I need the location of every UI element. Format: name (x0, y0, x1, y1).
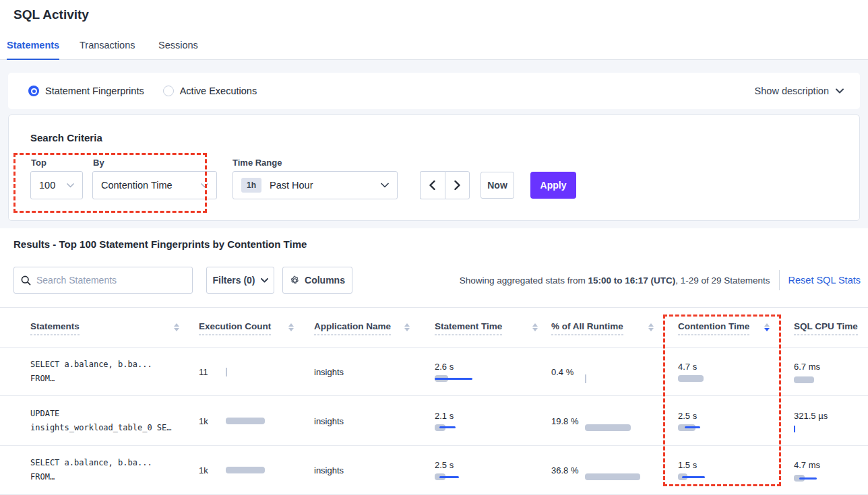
filters-label: Filters (0) (212, 275, 255, 286)
sql-activity-page: SQL Activity Statements Transactions Ses… (0, 0, 868, 495)
columns-label: Columns (305, 275, 345, 286)
radio-selected-icon (28, 86, 39, 96)
showing-stats-text: Showing aggregated stats from 15:00 to 1… (460, 275, 770, 286)
columns-button[interactable]: Columns (282, 267, 352, 294)
statement-time-cell: 2.1 s (435, 411, 497, 431)
search-criteria-title: Search Criteria (30, 132, 102, 143)
filters-button[interactable]: Filters (0) (206, 267, 274, 294)
radio-label: Active Executions (180, 86, 257, 96)
contention-time-cell: 2.5 s (678, 411, 740, 431)
search-statements-input[interactable] (36, 275, 185, 286)
execution-count-bar (226, 467, 288, 473)
col-header-application-name[interactable]: Application Name (314, 321, 391, 335)
application-name: insights (314, 465, 344, 475)
show-description-label: Show description (755, 86, 829, 96)
chevron-down-icon (381, 183, 389, 188)
toolbar-right: Showing aggregated stats from 15:00 to 1… (460, 267, 861, 294)
vertical-divider (779, 270, 780, 290)
by-label: By (93, 158, 104, 168)
col-header-sql-cpu-time[interactable]: SQL CPU Time (794, 321, 858, 335)
search-statements-box (13, 267, 193, 294)
radio-active-executions[interactable]: Active Executions (163, 86, 257, 96)
top-label: Top (31, 158, 46, 168)
sort-icon-active-desc[interactable] (764, 323, 770, 331)
show-description-toggle[interactable]: Show description (755, 73, 844, 109)
tab-transactions[interactable]: Transactions (80, 40, 135, 59)
col-header-statements[interactable]: Statements (30, 321, 80, 335)
pct-runtime-value: 0.4 % (551, 366, 584, 378)
tab-sessions[interactable]: Sessions (158, 40, 198, 59)
by-select-value: Contention Time (101, 180, 173, 191)
time-range-label: Time Range (232, 158, 282, 168)
sort-icon[interactable] (174, 323, 179, 331)
statement-fingerprint[interactable]: SELECT a.balance, b.ba...FROM… (30, 456, 152, 484)
search-icon (21, 275, 31, 286)
results-title: Results - Top 100 Statement Fingerprints… (13, 238, 307, 250)
sql-cpu-time-cell: 6.7 ms (794, 360, 856, 383)
contention-time-cell: 1.5 s (678, 460, 740, 480)
reset-sql-stats-link[interactable]: Reset SQL Stats (788, 275, 861, 286)
application-name: insights (314, 416, 344, 426)
time-range-select[interactable]: 1h Past Hour (232, 171, 398, 199)
pct-runtime-value: 19.8 % (551, 414, 584, 427)
col-header-statement-time[interactable]: Statement Time (435, 321, 502, 335)
by-select[interactable]: Contention Time (92, 171, 217, 199)
chevron-down-icon (836, 88, 844, 94)
execution-count-value: 1k (199, 465, 208, 475)
view-toggle-card: Statement Fingerprints Active Executions… (8, 73, 860, 109)
contention-time-cell: 4.7 s (678, 362, 740, 382)
table-row[interactable]: SELECT a.balance, b.ba...FROM… 11 insigh… (0, 348, 868, 396)
chevron-right-icon (454, 180, 460, 190)
chevron-down-icon (201, 183, 208, 188)
chevron-down-icon (261, 278, 268, 283)
sql-cpu-time-cell: 4.7 ms (794, 459, 856, 482)
sort-icon[interactable] (648, 323, 654, 331)
statement-fingerprint[interactable]: UPDATEinsights_workload_table_0 SE… (30, 407, 172, 435)
radio-statement-fingerprints[interactable]: Statement Fingerprints (28, 86, 144, 96)
execution-count-value: 11 (199, 367, 208, 377)
pct-runtime-value: 36.8 % (551, 464, 584, 477)
tab-bar: Statements Transactions Sessions (0, 38, 868, 60)
tab-statements[interactable]: Statements (7, 40, 59, 61)
chevron-down-icon (67, 183, 74, 188)
time-prev-button[interactable] (420, 171, 445, 199)
application-name: insights (314, 367, 344, 377)
pct-runtime-bar (585, 473, 647, 480)
statement-time-cell: 2.5 s (435, 460, 497, 480)
table-row[interactable]: SELECT a.balance, b.ba...FROM… 1k insigh… (0, 446, 868, 495)
execution-count-bar (226, 368, 288, 375)
top-select-value: 100 (39, 180, 55, 191)
statement-fingerprint[interactable]: SELECT a.balance, b.ba...FROM… (30, 358, 152, 386)
sql-cpu-time-cell: 321.5 µs (794, 409, 856, 432)
radio-label: Statement Fingerprints (45, 86, 144, 96)
pct-runtime-bar (585, 424, 647, 431)
execution-count-value: 1k (199, 416, 208, 426)
col-header-contention-time[interactable]: Contention Time (678, 321, 749, 335)
sort-icon[interactable] (404, 323, 410, 331)
sort-icon[interactable] (532, 323, 538, 331)
table-row[interactable]: UPDATEinsights_workload_table_0 SE… 1k i… (0, 396, 868, 446)
results-toolbar: Filters (0) Columns Showing aggregated s… (0, 267, 868, 294)
col-header-pct-runtime[interactable]: % of All Runtime (551, 321, 623, 335)
pct-runtime-bar (585, 375, 647, 382)
apply-button[interactable]: Apply (530, 172, 576, 199)
time-range-value: Past Hour (270, 180, 313, 191)
time-next-button[interactable] (445, 171, 470, 199)
sort-icon[interactable] (288, 323, 294, 331)
time-pager (420, 171, 470, 199)
search-criteria-card: Search Criteria Top By Time Range 100 Co… (8, 114, 860, 221)
statement-time-cell: 2.6 s (435, 362, 497, 382)
time-range-badge: 1h (241, 178, 261, 193)
col-header-execution-count[interactable]: Execution Count (199, 321, 271, 335)
radio-unselected-icon (163, 86, 174, 96)
top-select[interactable]: 100 (30, 171, 83, 199)
table-header-row: Statements Execution Count Application N… (0, 307, 868, 348)
gear-icon (290, 275, 300, 286)
execution-count-bar (226, 418, 288, 424)
now-button[interactable]: Now (480, 172, 514, 199)
chevron-left-icon (429, 180, 435, 190)
page-title: SQL Activity (13, 7, 89, 22)
